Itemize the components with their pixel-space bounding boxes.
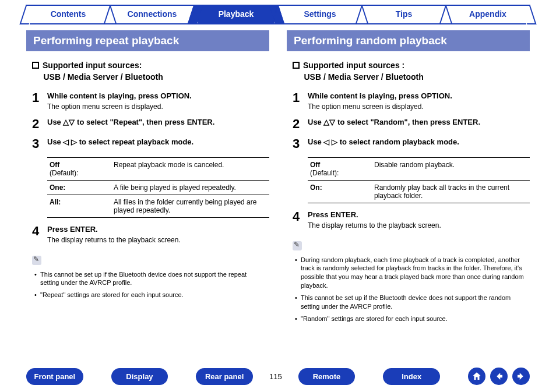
step-number: 1: [32, 91, 47, 111]
option-label: Off(Default):: [310, 161, 374, 177]
footer-bar: Front panelDisplayRear panel115RemoteInd…: [26, 368, 530, 385]
footer-button-display[interactable]: Display: [111, 368, 168, 385]
notes-right: During random playback, each time playba…: [287, 256, 530, 323]
checkbox-icon: [293, 62, 300, 69]
checkbox-icon: [32, 62, 39, 69]
option-row: Off(Default):Disable random playback.: [308, 158, 530, 181]
option-label: All:: [50, 198, 114, 214]
tab-contents[interactable]: Contents: [26, 5, 110, 24]
options-table-right: Off(Default):Disable random playback.On:…: [308, 157, 530, 203]
option-row: One:A file being played is played repeat…: [47, 181, 269, 195]
right-column: Performing random playback Supported inp…: [287, 30, 530, 327]
step-title: While content is playing, press OPTION.: [308, 91, 530, 100]
option-label: On:: [310, 183, 374, 200]
note-item: This cannot be set up if the Bluetooth d…: [295, 294, 524, 311]
step-description: The display returns to the playback scre…: [47, 236, 269, 244]
step-number: 2: [32, 118, 47, 130]
note-item: During random playback, each time playba…: [295, 256, 524, 290]
step-description: The display returns to the playback scre…: [308, 221, 530, 229]
option-description: A file being played is played repeatedly…: [114, 183, 267, 192]
step-3: 3Use ◁ ▷ to select repeat playback mode.: [32, 137, 269, 150]
footer-button-front-panel[interactable]: Front panel: [26, 368, 83, 385]
note-item: "Random" settings are stored for each in…: [295, 315, 524, 323]
option-label: One:: [50, 183, 114, 192]
step-2: 2Use △▽ to select "Repeat", then press E…: [32, 118, 269, 130]
step-description: The option menu screen is displayed.: [308, 103, 530, 111]
step-number: 3: [32, 137, 47, 150]
step-2: 2Use △▽ to select "Random", then press E…: [293, 118, 530, 130]
step-title: Press ENTER.: [308, 210, 530, 219]
pencil-note-icon: [293, 241, 302, 250]
step-number: 1: [293, 91, 308, 111]
footer-button-index[interactable]: Index: [383, 368, 440, 385]
step-title: Use △▽ to select "Repeat", then press EN…: [47, 118, 269, 126]
step-number: 4: [293, 210, 308, 229]
top-tabs: ContentsConnectionsPlaybackSettingsTipsA…: [0, 0, 556, 24]
option-row: All:All files in the folder currently be…: [47, 195, 269, 218]
step-4: 4Press ENTER.The display returns to the …: [293, 210, 530, 229]
sub-heading-right: Supported input sources : USB / Media Se…: [287, 59, 530, 83]
left-column: Performing repeat playback Supported inp…: [26, 30, 269, 327]
step-4: 4Press ENTER.The display returns to the …: [32, 225, 269, 244]
step-title: Use ◁ ▷ to select random playback mode.: [308, 137, 530, 146]
option-description: Disable random playback.: [374, 161, 527, 177]
tab-settings[interactable]: Settings: [278, 5, 362, 24]
step-title: Use △▽ to select "Random", then press EN…: [308, 118, 530, 126]
option-label: Off(Default):: [50, 161, 114, 177]
footer-button-remote[interactable]: Remote: [298, 368, 356, 385]
page-number: 115: [269, 372, 282, 381]
next-page-icon[interactable]: [512, 368, 530, 385]
step-1: 1While content is playing, press OPTION.…: [293, 91, 530, 111]
section-heading-left: Performing repeat playback: [26, 30, 269, 51]
tab-tips[interactable]: Tips: [362, 5, 446, 24]
notes-left: This cannot be set up if the Bluetooth d…: [26, 270, 269, 300]
home-icon[interactable]: [468, 368, 485, 385]
tab-connections[interactable]: Connections: [110, 5, 194, 24]
option-row: Off(Default):Repeat playback mode is can…: [47, 158, 269, 181]
options-table-left: Off(Default):Repeat playback mode is can…: [47, 157, 269, 218]
option-description: All files in the folder currently being …: [114, 198, 267, 214]
pencil-note-icon: [32, 256, 41, 265]
option-row: On:Randomly play back all tracks in the …: [308, 181, 530, 203]
step-number: 3: [293, 137, 308, 150]
tab-appendix[interactable]: Appendix: [446, 5, 530, 24]
step-title: While content is playing, press OPTION.: [47, 91, 269, 100]
prev-page-icon[interactable]: [490, 368, 508, 385]
option-description: Repeat playback mode is canceled.: [114, 161, 267, 177]
step-title: Use ◁ ▷ to select repeat playback mode.: [47, 137, 269, 146]
step-title: Press ENTER.: [47, 225, 269, 234]
section-heading-right: Performing random playback: [287, 30, 530, 51]
step-number: 2: [293, 118, 308, 130]
note-item: This cannot be set up if the Bluetooth d…: [34, 270, 263, 288]
footer-button-rear-panel[interactable]: Rear panel: [196, 368, 253, 385]
sub-heading-left: Supported input sources: USB / Media Ser…: [26, 59, 269, 83]
step-description: The option menu screen is displayed.: [47, 103, 269, 111]
step-3: 3Use ◁ ▷ to select random playback mode.: [293, 137, 530, 150]
tab-playback[interactable]: Playback: [194, 5, 278, 24]
step-number: 4: [32, 225, 47, 244]
step-1: 1While content is playing, press OPTION.…: [32, 91, 269, 111]
option-description: Randomly play back all tracks in the cur…: [374, 183, 527, 200]
note-item: "Repeat" settings are stored for each in…: [34, 291, 263, 299]
